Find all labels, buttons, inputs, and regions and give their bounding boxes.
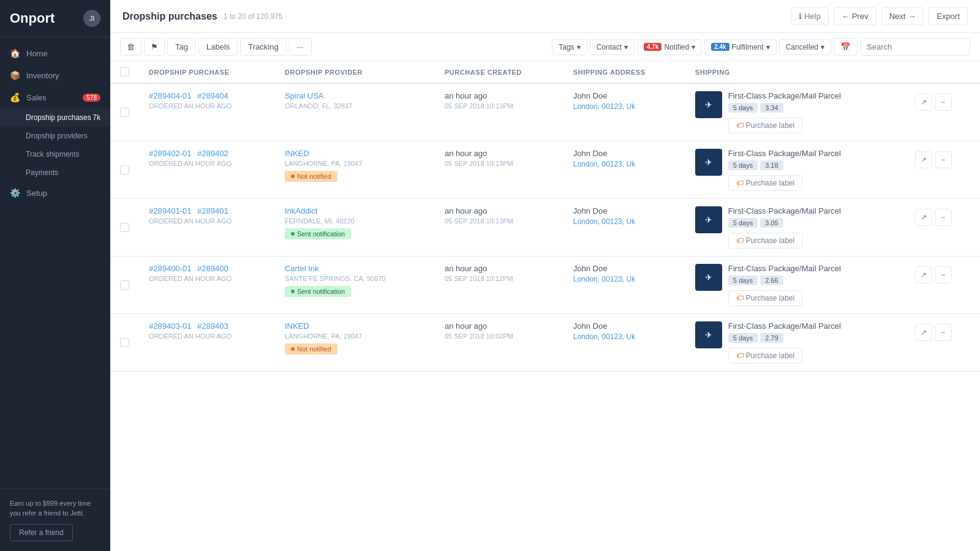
remove-button[interactable]: − bbox=[935, 94, 952, 111]
usps-icon: ✈ bbox=[695, 321, 722, 348]
delete-button[interactable]: 🗑 bbox=[120, 38, 141, 56]
refer-friend-button[interactable]: Refer a friend bbox=[10, 524, 73, 541]
open-external-button[interactable]: ↗ bbox=[915, 324, 932, 341]
sidebar-item-label: Payments bbox=[26, 168, 58, 177]
filter-icon-button[interactable]: ⚑ bbox=[144, 38, 165, 56]
row-checkbox[interactable] bbox=[120, 280, 129, 290]
main-content: Dropship purchases 1 to 20 of 120,975 ℹ … bbox=[110, 0, 980, 551]
sidebar-item-label: Track shipments bbox=[26, 150, 80, 159]
purchase-label-button[interactable]: 🏷 Purchase label bbox=[728, 118, 802, 133]
purchase-link-2[interactable]: #289400 bbox=[197, 264, 228, 273]
prev-button[interactable]: ← Prev bbox=[834, 7, 876, 25]
shipping-days-tag: 5 days bbox=[728, 160, 758, 170]
select-all-checkbox[interactable] bbox=[120, 67, 129, 77]
remove-button[interactable]: − bbox=[935, 324, 952, 341]
external-link-icon: ↗ bbox=[921, 271, 927, 279]
purchase-label-button[interactable]: 🏷 Purchase label bbox=[728, 348, 802, 364]
row-checkbox[interactable] bbox=[120, 338, 129, 347]
open-external-button[interactable]: ↗ bbox=[915, 266, 932, 283]
usps-icon: ✈ bbox=[695, 149, 722, 176]
remove-button[interactable]: − bbox=[935, 151, 952, 168]
purchase-link-1[interactable]: #289404-01 bbox=[149, 91, 191, 100]
table-row: #289404-01 #289404 ORDERED AN HOUR AGO S… bbox=[110, 83, 980, 141]
purchase-link-2[interactable]: #289404 bbox=[197, 91, 228, 100]
label-icon: 🏷 bbox=[736, 236, 744, 245]
purchase-link-1[interactable]: #289401-01 bbox=[149, 206, 191, 216]
notif-dot bbox=[291, 174, 295, 178]
sidebar-item-sales[interactable]: 💰 Sales 578 bbox=[0, 86, 110, 108]
tags-chevron-icon: ▾ bbox=[577, 43, 581, 51]
provider-location: SANTE FE SPRINGS, CA, 90670 bbox=[285, 275, 425, 282]
usps-icon: ✈ bbox=[695, 264, 722, 291]
purchase-label-button[interactable]: 🏷 Purchase label bbox=[728, 233, 802, 249]
sidebar-item-dropship-purchases[interactable]: Dropship purchases 7k bbox=[0, 108, 110, 127]
shipping-name: First-Class Package/Mail Parcel bbox=[728, 91, 895, 100]
shipping-address-cell: John Doe London, 00123, Uk bbox=[564, 83, 685, 141]
fulfillment-filter-label: Fulfilment bbox=[732, 43, 764, 51]
purchase-link-1[interactable]: #289402-01 bbox=[149, 149, 191, 158]
purchase-link-2[interactable]: #289401 bbox=[197, 206, 228, 216]
col-dropship-provider: DROPSHIP PROVIDER bbox=[275, 61, 435, 83]
tag-button[interactable]: Tag bbox=[167, 38, 196, 56]
sidebar-item-payments[interactable]: Payments bbox=[0, 163, 110, 182]
purchase-link-1[interactable]: #289403-01 bbox=[149, 321, 191, 331]
filter-icon: ⚑ bbox=[151, 42, 158, 51]
remove-button[interactable]: − bbox=[935, 209, 952, 226]
minus-icon: − bbox=[941, 328, 945, 337]
cancelled-filter-button[interactable]: Cancelled ▾ bbox=[779, 39, 831, 55]
sidebar-item-setup[interactable]: ⚙️ Setup bbox=[0, 182, 110, 204]
sidebar-item-home[interactable]: 🏠 Home bbox=[0, 42, 110, 64]
open-external-button[interactable]: ↗ bbox=[915, 94, 932, 111]
purchase-created-cell: an hour ago 05 SEP 2018 10:02PM bbox=[435, 314, 564, 372]
shipping-days-tag: 5 days bbox=[728, 276, 758, 285]
purchase-link-2[interactable]: #289402 bbox=[197, 149, 228, 158]
sidebar-item-inventory[interactable]: 📦 Inventory bbox=[0, 64, 110, 86]
purchase-label-button[interactable]: 🏷 Purchase label bbox=[728, 175, 802, 191]
usps-icon: ✈ bbox=[695, 91, 722, 118]
calendar-button[interactable]: 📅 bbox=[834, 38, 858, 56]
export-button[interactable]: Export bbox=[929, 7, 968, 25]
purchase-cell: #289403-01 #289403 ORDERED AN HOUR AGO bbox=[139, 314, 275, 372]
labels-button[interactable]: Labels bbox=[198, 38, 238, 56]
row-checkbox[interactable] bbox=[120, 108, 129, 117]
row-actions: ↗ − bbox=[915, 321, 970, 341]
provider-cell: Cartel Ink SANTE FE SPRINGS, CA, 90670 S… bbox=[275, 257, 435, 314]
contact-filter-button[interactable]: Contact ▾ bbox=[590, 39, 635, 55]
purchase-link-2[interactable]: #289403 bbox=[197, 321, 228, 331]
more-button[interactable]: ··· bbox=[289, 38, 312, 56]
avatar[interactable]: JI bbox=[83, 10, 100, 27]
search-input[interactable] bbox=[860, 38, 970, 56]
row-checkbox[interactable] bbox=[120, 223, 129, 232]
svg-text:✈: ✈ bbox=[705, 215, 712, 225]
purchase-cell: #289404-01 #289404 ORDERED AN HOUR AGO bbox=[139, 83, 275, 141]
tags-filter-button[interactable]: Tags ▾ bbox=[552, 39, 587, 55]
tracking-button[interactable]: Tracking bbox=[240, 38, 286, 56]
col-shipping: SHIPPING bbox=[685, 61, 905, 83]
ordered-time: ORDERED AN HOUR AGO bbox=[149, 160, 265, 167]
purchase-label-button[interactable]: 🏷 Purchase label bbox=[728, 290, 802, 306]
table-row: #289400-01 #289400 ORDERED AN HOUR AGO C… bbox=[110, 257, 980, 314]
shipping-price-tag: 3.05 bbox=[760, 218, 783, 228]
open-external-button[interactable]: ↗ bbox=[915, 209, 932, 226]
notified-filter-button[interactable]: 4.7k Notified ▾ bbox=[637, 39, 702, 55]
tags-filter-label: Tags bbox=[559, 43, 574, 51]
fulfillment-filter-button[interactable]: 2.4k Fulfilment ▾ bbox=[704, 39, 776, 55]
open-external-button[interactable]: ↗ bbox=[915, 151, 932, 168]
help-icon: ℹ bbox=[799, 12, 802, 21]
notif-dot bbox=[291, 232, 295, 236]
remove-button[interactable]: − bbox=[935, 266, 952, 283]
sidebar-item-track-shipments[interactable]: Track shipments bbox=[0, 145, 110, 163]
sidebar-item-dropship-providers[interactable]: Dropship providers bbox=[0, 127, 110, 145]
purchase-link-1[interactable]: #289400-01 bbox=[149, 264, 191, 273]
next-button[interactable]: Next → bbox=[881, 7, 924, 25]
shipping-price-tag: 2.79 bbox=[760, 333, 783, 343]
row-checkbox[interactable] bbox=[120, 165, 129, 174]
customer-address: London, 00123, Uk bbox=[573, 332, 676, 341]
help-button[interactable]: ℹ Help bbox=[791, 7, 829, 25]
shipping-info: First-Class Package/Mail Parcel 5 days 2… bbox=[728, 321, 895, 364]
not-notified-badge: Not notified bbox=[285, 343, 337, 354]
sales-icon: 💰 bbox=[10, 92, 20, 102]
sent-notification-badge: Sent notification bbox=[285, 228, 351, 239]
contact-filter-label: Contact bbox=[597, 43, 622, 51]
table-container: DROPSHIP PURCHASE DROPSHIP PROVIDER PURC… bbox=[110, 61, 980, 551]
